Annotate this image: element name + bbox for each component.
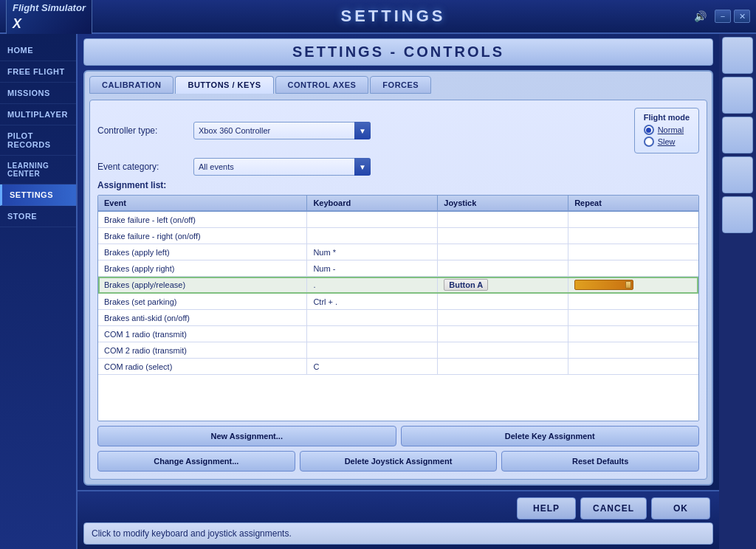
table-row[interactable]: Brakes (apply/release).Button A — [98, 277, 698, 294]
table-cell-joystick — [438, 212, 568, 227]
delete-key-assignment-button[interactable]: Delete Key Assignment — [401, 426, 700, 446]
table-row[interactable]: Brake failure - left (on/off) — [98, 212, 698, 228]
table-cell-keyboard: Ctrl + . — [307, 294, 438, 309]
table-cell-keyboard — [307, 310, 438, 325]
table-cell-keyboard: Num * — [307, 244, 438, 260]
controller-type-row: Controller type: Xbox 360 Controller ▼ F… — [97, 108, 699, 153]
form-area: Controller type: Xbox 360 Controller ▼ F… — [89, 100, 707, 480]
settings-panel: CALIBRATION BUTTONS / KEYS CONTROL AXES … — [83, 70, 713, 486]
sidebar-item-home[interactable]: HOME — [0, 40, 76, 61]
tab-forces[interactable]: FORCES — [370, 76, 431, 94]
table-cell-joystick — [438, 294, 568, 309]
minimize-button[interactable]: − — [715, 10, 731, 23]
table-cell-repeat — [568, 244, 698, 260]
col-header-joystick: Joystick — [438, 196, 568, 210]
help-button[interactable]: HELP — [517, 497, 576, 519]
right-panel-3 — [722, 117, 753, 153]
tab-control-axes[interactable]: CONTROL AXES — [275, 76, 369, 94]
table-cell-repeat — [568, 310, 698, 325]
controller-type-label: Controller type: — [97, 125, 186, 136]
new-assignment-button[interactable]: New Assignment... — [97, 426, 396, 446]
cancel-button[interactable]: CANCEL — [580, 497, 647, 519]
action-buttons-row1: New Assignment... Delete Key Assignment — [97, 426, 699, 446]
event-category-row: Event category: All events ▼ — [97, 158, 699, 176]
table-cell-joystick — [438, 342, 568, 358]
right-panels — [719, 34, 756, 549]
right-panel-4 — [722, 156, 753, 193]
flight-mode-normal-radio[interactable] — [644, 125, 654, 135]
status-bar: Click to modify keyboard and joystick as… — [83, 522, 713, 545]
tab-buttons-keys[interactable]: BUTTONS / KEYS — [175, 76, 273, 94]
delete-joystick-assignment-button[interactable]: Delete Joystick Assignment — [300, 451, 498, 472]
sidebar-item-pilot-records[interactable]: PILOT RECORDS — [0, 125, 76, 156]
table-row[interactable]: Brakes (set parking)Ctrl + . — [98, 294, 698, 310]
bottom-buttons: HELP CANCEL OK — [78, 491, 719, 522]
close-button[interactable]: ✕ — [734, 10, 750, 23]
table-cell-joystick — [438, 244, 568, 260]
col-header-repeat: Repeat — [568, 196, 698, 210]
sidebar-item-free-flight[interactable]: FREE FLIGHT — [0, 61, 76, 83]
controller-type-select-wrapper: Xbox 360 Controller ▼ — [193, 122, 371, 139]
sidebar-item-learning-center[interactable]: LEARNING CENTER — [0, 156, 76, 184]
flight-mode-box: Flight mode Normal Slew — [634, 108, 699, 153]
repeat-slider[interactable] — [574, 280, 633, 290]
flight-mode-slew-radio[interactable] — [644, 137, 654, 147]
sidebar-item-settings[interactable]: SETTINGS — [0, 184, 76, 206]
table-cell-joystick — [438, 228, 568, 244]
flight-mode-title: Flight mode — [644, 113, 690, 122]
controller-type-select[interactable]: Xbox 360 Controller — [193, 122, 371, 139]
event-category-select[interactable]: All events — [193, 158, 371, 176]
table-row[interactable]: COM 1 radio (transmit) — [98, 326, 698, 342]
status-text: Click to modify keyboard and joystick as… — [92, 528, 292, 539]
flight-mode-slew-option[interactable]: Slew — [644, 137, 690, 147]
sidebar-item-store[interactable]: STORE — [0, 206, 76, 227]
right-panel-1 — [722, 37, 753, 74]
sidebar-item-multiplayer[interactable]: MULTIPLAYER — [0, 104, 76, 125]
logo-fsx: Flight Simulator X — [13, 0, 86, 32]
ok-button[interactable]: OK — [651, 497, 710, 519]
flight-mode-normal-option[interactable]: Normal — [644, 125, 690, 135]
table-cell-event: Brake failure - left (on/off) — [98, 212, 307, 227]
table-cell-repeat — [568, 326, 698, 342]
table-cell-event: COM radio (select) — [98, 359, 307, 374]
table-row[interactable]: Brakes (apply left)Num * — [98, 244, 698, 260]
change-assignment-button[interactable]: Change Assignment... — [97, 451, 295, 472]
tab-calibration[interactable]: CALIBRATION — [89, 76, 173, 94]
reset-defaults-button[interactable]: Reset Defaults — [501, 451, 699, 472]
table-body: Brake failure - left (on/off)Brake failu… — [98, 212, 698, 421]
table-cell-keyboard: . — [307, 277, 438, 293]
tabs-row: CALIBRATION BUTTONS / KEYS CONTROL AXES … — [89, 76, 707, 94]
sidebar: HOME FREE FLIGHT MISSIONS MULTIPLAYER PI… — [0, 34, 78, 549]
bottom-bar: HELP CANCEL OK Click to modify keyboard … — [78, 490, 719, 549]
table-cell-event: Brake failure - right (on/off) — [98, 228, 307, 244]
event-category-label: Event category: — [97, 162, 186, 172]
table-cell-joystick — [438, 326, 568, 342]
table-cell-repeat — [568, 260, 698, 276]
table-cell-keyboard — [307, 212, 438, 227]
table-cell-event: Brakes (apply left) — [98, 244, 307, 260]
table-cell-event: COM 1 radio (transmit) — [98, 326, 307, 342]
right-panel-2 — [722, 77, 753, 114]
table-cell-event: Brakes anti-skid (on/off) — [98, 310, 307, 325]
table-cell-repeat — [568, 277, 698, 293]
sidebar-item-missions[interactable]: MISSIONS — [0, 83, 76, 104]
table-row[interactable]: COM 2 radio (transmit) — [98, 342, 698, 359]
flight-mode-normal-label: Normal — [658, 125, 684, 134]
event-category-select-wrapper: All events ▼ — [193, 158, 371, 176]
table-cell-joystick — [438, 310, 568, 325]
table-header: Event Keyboard Joystick Repeat — [98, 196, 698, 212]
table-cell-repeat — [568, 342, 698, 358]
table-row[interactable]: Brakes (apply right)Num - — [98, 260, 698, 277]
table-cell-event: COM 2 radio (transmit) — [98, 342, 307, 358]
table-row[interactable]: Brakes anti-skid (on/off) — [98, 310, 698, 326]
page-title-bar: SETTINGS - CONTROLS — [83, 38, 713, 66]
speaker-icon[interactable]: 🔊 — [694, 10, 712, 23]
col-header-event: Event — [98, 196, 307, 210]
col-header-keyboard: Keyboard — [307, 196, 438, 210]
table-row[interactable]: Brake failure - right (on/off) — [98, 228, 698, 244]
table-cell-keyboard: C — [307, 359, 438, 374]
content-wrapper: SETTINGS - CONTROLS CALIBRATION BUTTONS … — [78, 34, 719, 549]
table-row[interactable]: COM radio (select)C — [98, 359, 698, 375]
right-panel-5 — [722, 196, 753, 233]
window-title: SETTINGS — [340, 7, 445, 26]
